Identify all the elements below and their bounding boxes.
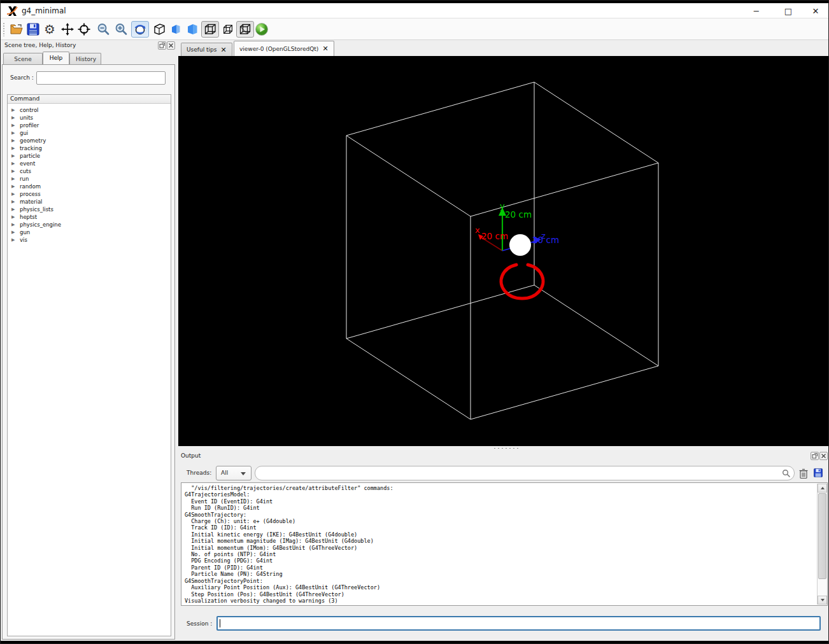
- tree-item-run[interactable]: ▶run: [8, 175, 171, 183]
- tree-item-vis[interactable]: ▶vis: [8, 236, 171, 244]
- tree-item-process[interactable]: ▶process: [8, 190, 171, 198]
- opengl-viewport[interactable]: x 20 cm y 20 cm z 20 cm: [178, 56, 829, 446]
- search-icon: [782, 469, 790, 477]
- expand-arrow-icon[interactable]: ▶: [11, 106, 15, 114]
- move-arrows-icon: [60, 22, 74, 36]
- expand-arrow-icon[interactable]: ▶: [11, 137, 15, 144]
- command-tree: Command ▶control ▶units ▶profiler ▶gui ▶…: [7, 94, 171, 636]
- minimize-button[interactable]: −: [746, 4, 767, 18]
- tree-item-particle[interactable]: ▶particle: [8, 152, 171, 160]
- tree-item-profiler[interactable]: ▶profiler: [8, 122, 171, 129]
- close-button[interactable]: ✕: [805, 4, 826, 18]
- expand-arrow-icon[interactable]: ▶: [11, 144, 15, 152]
- viewer-tabbar: Useful tips ✕ viewer-0 (OpenGLStoredQt) …: [177, 40, 829, 56]
- expand-arrow-icon[interactable]: ▶: [11, 206, 15, 213]
- tab-history[interactable]: History: [69, 53, 101, 64]
- tree-item-gui[interactable]: ▶gui: [8, 129, 171, 137]
- expand-arrow-icon[interactable]: ▶: [11, 198, 15, 206]
- window-title: g4_minimal: [22, 6, 66, 15]
- tab-help[interactable]: Help: [43, 52, 69, 64]
- tab-scene-tree[interactable]: Scene tree: [3, 53, 43, 64]
- zoom-in-button[interactable]: [113, 21, 129, 38]
- help-pane: Search : Command ▶control ▶units ▶profil…: [2, 64, 175, 640]
- scrollbar-thumb[interactable]: [818, 493, 826, 579]
- expand-arrow-icon[interactable]: ▶: [11, 129, 15, 137]
- expand-arrow-icon[interactable]: ▶: [11, 152, 15, 160]
- surface-style-button[interactable]: [184, 21, 201, 38]
- tree-item-physics-engine[interactable]: ▶physics_engine: [8, 221, 171, 228]
- tree-item-random[interactable]: ▶random: [8, 183, 171, 190]
- play-icon: [255, 22, 269, 36]
- tree-item-geometry[interactable]: ▶geometry: [8, 137, 171, 144]
- tab-close-icon[interactable]: ✕: [220, 46, 226, 54]
- toolbar-drag-handle[interactable]: [3, 22, 6, 36]
- save-button[interactable]: [25, 21, 41, 38]
- expand-arrow-icon[interactable]: ▶: [11, 114, 15, 122]
- scroll-down-button[interactable]: [818, 596, 827, 605]
- session-input[interactable]: [216, 616, 821, 631]
- expand-arrow-icon[interactable]: ▶: [11, 228, 15, 236]
- scene-canvas: x 20 cm y 20 cm z 20 cm: [178, 56, 829, 446]
- open-file-button[interactable]: [8, 21, 25, 38]
- settings-button[interactable]: ⚙: [41, 21, 58, 38]
- run-button[interactable]: [253, 21, 270, 38]
- tab-useful-tips[interactable]: Useful tips ✕: [181, 43, 232, 56]
- tree-item-tracking[interactable]: ▶tracking: [8, 144, 171, 152]
- half-solid-box-icon: [169, 22, 183, 36]
- expand-arrow-icon[interactable]: ▶: [11, 183, 15, 190]
- horizontal-splitter[interactable]: [177, 446, 829, 451]
- tree-item-heptst[interactable]: ▶heptst: [8, 213, 171, 221]
- tree-item-units[interactable]: ▶units: [8, 114, 171, 122]
- tree-item-physics-lists[interactable]: ▶physics_lists: [8, 206, 171, 213]
- orthographic-view-button[interactable]: [236, 21, 254, 38]
- cube-view-button[interactable]: [220, 21, 236, 38]
- tab-viewer-0[interactable]: viewer-0 (OpenGLStoredQt) ✕: [234, 41, 334, 56]
- save-floppy-icon: [26, 22, 40, 36]
- expand-arrow-icon[interactable]: ▶: [11, 221, 15, 228]
- search-input[interactable]: [36, 71, 166, 85]
- expand-arrow-icon[interactable]: ▶: [11, 190, 15, 198]
- output-dock-close-button[interactable]: [819, 452, 828, 460]
- output-log[interactable]: "/vis/filtering/trajectories/create/attr…: [181, 482, 828, 606]
- output-filter-input[interactable]: [255, 466, 795, 480]
- app-logo-x-icon: [6, 5, 18, 17]
- maximize-button[interactable]: □: [777, 4, 799, 18]
- tree-item-gun[interactable]: ▶gun: [8, 228, 171, 236]
- left-dock-float-button[interactable]: [158, 41, 166, 50]
- float-window-icon: [159, 43, 165, 48]
- perspective-view-button[interactable]: [201, 21, 219, 38]
- pan-button[interactable]: [59, 21, 76, 38]
- solid-box-icon: [185, 22, 199, 36]
- expand-arrow-icon[interactable]: ▶: [11, 213, 15, 221]
- threads-dropdown[interactable]: All: [216, 466, 252, 480]
- y-axis-label: y: [500, 201, 505, 211]
- tree-item-control[interactable]: ▶control: [8, 106, 171, 114]
- save-output-icon[interactable]: [813, 468, 823, 478]
- expand-arrow-icon[interactable]: ▶: [11, 167, 15, 175]
- scroll-up-button[interactable]: [818, 484, 827, 493]
- left-dock-close-button[interactable]: [167, 41, 175, 50]
- tab-close-icon[interactable]: ✕: [322, 45, 328, 53]
- zoom-out-button[interactable]: [95, 21, 111, 38]
- cube-perspective-icon: [203, 22, 217, 36]
- output-scrollbar[interactable]: [817, 484, 826, 605]
- arrow-down-icon: [821, 599, 825, 601]
- sphere-volume: [509, 234, 531, 256]
- expand-arrow-icon[interactable]: ▶: [11, 160, 15, 167]
- hidden-line-style-button[interactable]: [167, 21, 184, 38]
- clear-output-trash-icon[interactable]: [798, 468, 809, 479]
- z-axis-length-label: 20 cm: [532, 235, 559, 245]
- tree-item-cuts[interactable]: ▶cuts: [8, 167, 171, 175]
- expand-arrow-icon[interactable]: ▶: [11, 175, 15, 183]
- output-dock-float-button[interactable]: [811, 452, 819, 460]
- tree-item-material[interactable]: ▶material: [8, 198, 171, 206]
- center-view-button[interactable]: [76, 21, 92, 38]
- wireframe-style-button[interactable]: [151, 21, 167, 38]
- expand-arrow-icon[interactable]: ▶: [11, 236, 15, 244]
- rotate-mode-button[interactable]: [131, 21, 149, 38]
- expand-arrow-icon[interactable]: ▶: [11, 122, 15, 129]
- title-bar[interactable]: g4_minimal − □ ✕: [1, 3, 829, 18]
- rotate-3d-icon: [133, 22, 147, 36]
- tree-item-event[interactable]: ▶event: [8, 160, 171, 167]
- particle-trajectory: [501, 265, 543, 298]
